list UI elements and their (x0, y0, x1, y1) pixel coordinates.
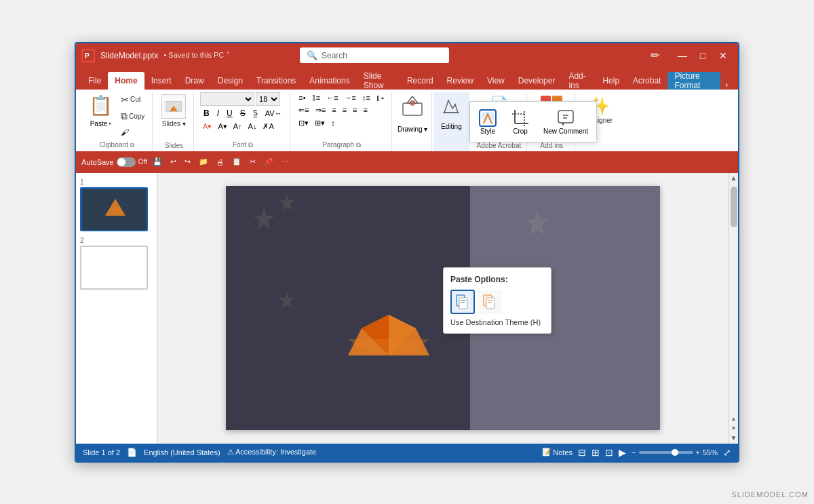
tab-acrobat[interactable]: Acrobat (626, 72, 667, 90)
ribbon-content: 📋 Paste ▾ ✂ Cut ⧉ Copy (76, 90, 738, 151)
reading-view-button[interactable]: ⊡ (605, 447, 613, 458)
paste-keep-source-button[interactable] (478, 290, 502, 314)
tab-picture-format[interactable]: Picture Format (667, 72, 720, 90)
ribbon-expand-icon[interactable]: › (720, 80, 733, 90)
cut-qa-button[interactable]: ✂ (247, 156, 258, 168)
tab-view[interactable]: View (480, 72, 511, 90)
more-qa-button[interactable]: ⋯ (279, 156, 292, 168)
minimize-button[interactable]: — (673, 46, 692, 65)
slide-canvas[interactable]: Paste Options: (226, 186, 660, 430)
paste-use-dest-theme-button[interactable] (450, 290, 475, 314)
redo-button[interactable]: ↪ (182, 156, 193, 168)
undo-button[interactable]: ↩ (168, 156, 179, 168)
format-painter-button[interactable]: 🖌 (117, 125, 148, 139)
zoom-out-icon[interactable]: − (632, 448, 636, 457)
font-highlight-button[interactable]: A▾ (215, 121, 229, 132)
tab-review[interactable]: Review (440, 72, 480, 90)
scroll-page-down-button[interactable]: ▼ (730, 425, 738, 433)
scroll-up-button[interactable]: ▲ (730, 174, 738, 182)
char-spacing-button[interactable]: AV↔ (262, 107, 286, 119)
align-right-button[interactable]: ≡ (350, 104, 360, 116)
scroll-thumb[interactable] (731, 187, 737, 227)
tab-slideshow[interactable]: Slide Show (357, 72, 400, 90)
presentation-view-button[interactable]: ▶ (619, 447, 626, 458)
shadow-button[interactable]: S̲ (250, 107, 261, 119)
align-left-button[interactable]: ≡ (329, 104, 338, 116)
editing-label: Editing (441, 123, 462, 130)
drawing-icon[interactable] (399, 92, 426, 124)
scroll-down-button[interactable]: ▼ (730, 434, 738, 442)
justify-button[interactable]: ≡ (360, 104, 370, 116)
copy-button[interactable]: ⧉ Copy (117, 109, 148, 124)
paste-button[interactable]: 📋 (85, 92, 116, 119)
font-size-select[interactable]: 18 (256, 92, 280, 106)
open-button[interactable]: 📁 (196, 156, 211, 168)
para-spacing-button[interactable]: ↕ (328, 117, 338, 129)
strikethrough-button[interactable]: S (237, 107, 249, 119)
tab-animations[interactable]: Animations (303, 72, 356, 90)
cut-button[interactable]: ✂ Cut (117, 92, 148, 107)
zoom-in-icon[interactable]: + (696, 448, 700, 457)
tab-home[interactable]: Home (108, 72, 144, 90)
slide-thumbnail-1[interactable] (80, 187, 148, 231)
fit-slide-button[interactable]: ⤢ (723, 447, 731, 458)
tab-design[interactable]: Design (211, 72, 250, 90)
notes-button[interactable]: 📝 Notes (542, 448, 573, 457)
tab-record[interactable]: Record (400, 72, 440, 90)
app-window: P SlideModel.pptx • Saved to this PC ˅ 🔍… (75, 42, 739, 463)
tab-insert[interactable]: Insert (144, 72, 178, 90)
style-button[interactable]: Style (474, 106, 501, 138)
scroll-page-up-button[interactable]: ▲ (730, 415, 738, 423)
svg-marker-13 (562, 123, 564, 126)
slide-thumb-1[interactable]: 1 (80, 178, 153, 231)
status-bar: Slide 1 of 2 📄 English (United States) ⚠… (76, 444, 738, 461)
tab-addins[interactable]: Add-ins (562, 72, 596, 90)
search-bar[interactable]: 🔍 Search (300, 47, 449, 63)
slide-sorter-button[interactable]: ⊞ (592, 447, 600, 458)
slide-thumb-2[interactable]: 2 (80, 237, 153, 290)
paste-options-row (450, 290, 544, 314)
align-center-button[interactable]: ≡ (340, 104, 349, 116)
rtl-button[interactable]: ⇐≡ (296, 104, 311, 116)
print-button[interactable]: 🖨 (214, 157, 227, 168)
normal-view-button[interactable]: ⊟ (578, 447, 586, 458)
save-qa-button[interactable]: 💾 (150, 156, 165, 168)
drawing-content: Drawing ▾ (398, 92, 427, 148)
tab-file[interactable]: File (81, 72, 108, 90)
smartart-convert-button[interactable]: ⊞▾ (312, 117, 328, 129)
tab-transitions[interactable]: Transitions (250, 72, 303, 90)
ribbon-tabs: File Home Insert Draw Design Transitions… (76, 68, 738, 90)
tab-draw[interactable]: Draw (178, 72, 211, 90)
zoom-slider[interactable] (639, 451, 693, 454)
new-comment-button[interactable]: New Comment (539, 106, 592, 138)
italic-button[interactable]: I (214, 107, 222, 119)
underline-button[interactable]: U (223, 107, 236, 119)
slides-button[interactable]: Slides ▾ (158, 92, 189, 130)
indent-dec-button[interactable]: ←≡ (324, 92, 341, 103)
slide-thumbnail-2[interactable] (80, 246, 148, 290)
font-color-button[interactable]: A▾ (200, 121, 214, 132)
clear-format-button[interactable]: ✗A (260, 121, 276, 132)
text-dir-button[interactable]: ⊡▾ (296, 117, 311, 129)
paste-dropdown[interactable]: Paste ▾ (87, 119, 115, 129)
font-size-increase-button[interactable]: A↑ (231, 121, 245, 132)
pin-button[interactable]: 📌 (261, 156, 276, 168)
editing-icon[interactable] (438, 92, 465, 121)
tab-help[interactable]: Help (596, 72, 626, 90)
col-button[interactable]: ⫿▾ (374, 92, 387, 103)
font-size-decrease-button[interactable]: A↓ (246, 121, 260, 132)
font-family-select[interactable] (200, 92, 254, 106)
ltr-button[interactable]: ⇒≡ (313, 104, 328, 116)
crop-button[interactable]: Crop (507, 106, 534, 138)
numbering-button[interactable]: 1≡ (309, 92, 324, 103)
close-button[interactable]: ✕ (714, 46, 733, 65)
autosave-toggle[interactable] (117, 157, 136, 167)
tab-developer[interactable]: Developer (511, 72, 562, 90)
maximize-button[interactable]: □ (693, 46, 712, 65)
indent-inc-button[interactable]: →≡ (342, 92, 359, 103)
bold-button[interactable]: B (200, 107, 213, 119)
bullets-button[interactable]: ≡• (296, 92, 308, 103)
paste-options-popup: Paste Options: (443, 267, 551, 334)
clipboard-qa-button[interactable]: 📋 (229, 156, 244, 168)
line-spacing-button[interactable]: ↕≡ (360, 92, 373, 103)
